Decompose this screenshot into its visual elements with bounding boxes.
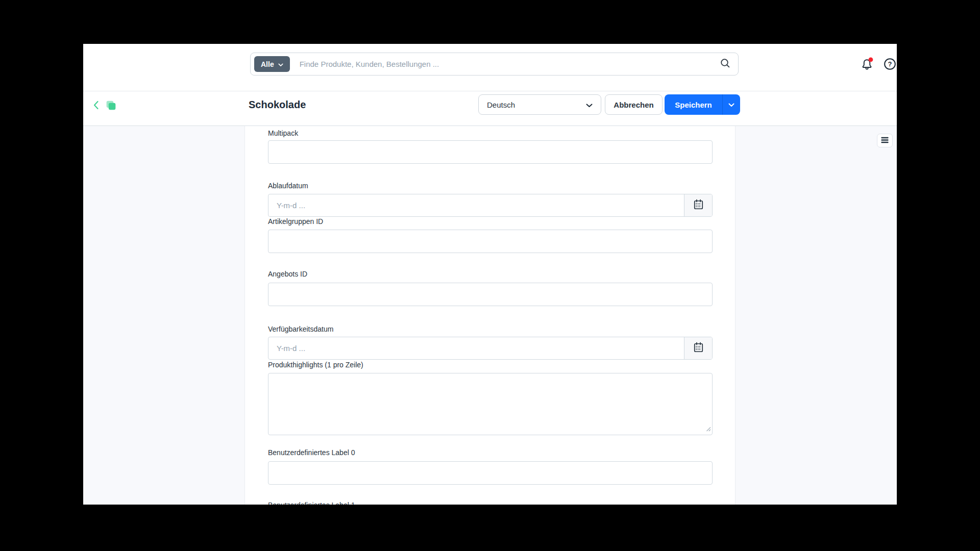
search-scope-button[interactable]: Alle [254, 56, 290, 72]
field-label-angebots-id: Angebots ID [268, 270, 713, 279]
section-menu-button[interactable] [877, 134, 893, 147]
produkthighlights-field [268, 373, 713, 435]
back-button[interactable] [92, 100, 101, 110]
benutzerdefiniertes-label-0-input[interactable] [268, 461, 713, 485]
custom-fields-form: Multipack Ablaufdatum [268, 126, 713, 505]
cancel-button[interactable]: Abbrechen [605, 94, 663, 115]
notifications-button[interactable] [860, 57, 874, 71]
language-select[interactable]: Deutsch [478, 94, 601, 115]
language-select-value: Deutsch [487, 101, 515, 109]
hamburger-icon [881, 137, 889, 145]
ablaufdatum-input[interactable] [268, 194, 713, 217]
copy-icon [105, 106, 117, 113]
duplicate-button[interactable] [105, 99, 117, 112]
global-search-bar[interactable]: Alle [250, 53, 739, 76]
top-bar: Alle ? [83, 44, 897, 91]
smart-bar: Schokolade Deutsch Abbrechen Speichern [83, 91, 897, 126]
field-label-ablaufdatum: Ablaufdatum [268, 182, 713, 190]
ablaufdatum-field [268, 194, 713, 217]
save-split-button: Speichern [665, 94, 740, 115]
svg-text:?: ? [888, 60, 892, 68]
field-label-multipack: Multipack [268, 129, 713, 138]
global-search-input[interactable] [299, 59, 716, 69]
content-area: Multipack Ablaufdatum [83, 126, 897, 505]
page-title: Schokolade [249, 99, 306, 111]
field-label-verfuegbarkeitsdatum: Verfügbarkeitsdatum [268, 325, 713, 334]
calendar-icon [693, 199, 704, 212]
chevron-down-icon [586, 101, 593, 109]
produkthighlights-textarea[interactable] [268, 373, 713, 435]
help-button[interactable]: ? [883, 57, 897, 71]
left-panel [83, 126, 245, 505]
save-options-button[interactable] [722, 94, 740, 115]
verfuegbarkeitsdatum-datepicker-button[interactable] [684, 337, 712, 359]
search-scope-label: Alle [261, 60, 274, 68]
verfuegbarkeitsdatum-field [268, 337, 713, 360]
chevron-down-icon [728, 101, 734, 109]
field-label-benutzerdefiniertes-label-1: Benutzerdefiniertes Label 1 [268, 501, 713, 505]
notification-dot [869, 58, 873, 62]
save-button[interactable]: Speichern [665, 94, 722, 115]
angebots-id-input[interactable] [268, 283, 713, 306]
ablaufdatum-datepicker-button[interactable] [684, 194, 712, 216]
field-label-benutzerdefiniertes-label-0: Benutzerdefiniertes Label 0 [268, 448, 713, 457]
calendar-icon [693, 342, 704, 355]
search-icon[interactable] [720, 58, 731, 71]
artikelgruppen-id-input[interactable] [268, 230, 713, 253]
resize-grip-icon[interactable] [705, 425, 712, 434]
field-label-artikelgruppen-id: Artikelgruppen ID [268, 217, 713, 226]
field-label-produkthighlights: Produkthighlights (1 pro Zeile) [268, 361, 713, 369]
admin-app-window: Alle ? [83, 44, 897, 505]
chevron-left-icon [92, 104, 101, 112]
question-circle-icon: ? [883, 65, 897, 72]
right-panel [735, 126, 897, 505]
verfuegbarkeitsdatum-input[interactable] [268, 337, 713, 360]
chevron-down-icon [278, 60, 283, 68]
bell-icon [860, 65, 874, 72]
multipack-input[interactable] [268, 140, 713, 164]
